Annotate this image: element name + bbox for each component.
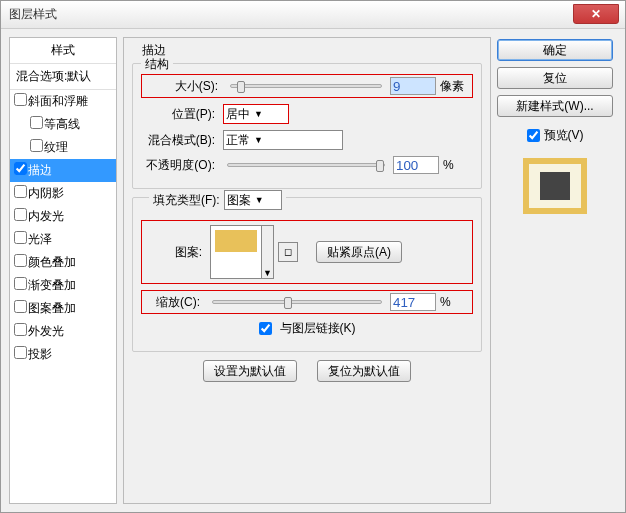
style-pattern-overlay[interactable]: 图案叠加	[10, 297, 116, 320]
blend-mode-row: 混合模式(B): 正常▼	[141, 130, 473, 150]
style-outer-glow[interactable]: 外发光	[10, 320, 116, 343]
contour-checkbox[interactable]	[30, 116, 43, 129]
link-layer-label: 与图层链接(K)	[280, 320, 356, 337]
reset-default-button[interactable]: 复位为默认值	[317, 360, 411, 382]
opacity-row: 不透明度(O): %	[141, 156, 473, 174]
ok-button[interactable]: 确定	[497, 39, 613, 61]
chevron-down-icon: ▼	[255, 195, 264, 205]
main-panel: 描边 结构 大小(S): 像素 位置(P): 居中▼ 混合模式(B): 正常▼	[123, 37, 491, 504]
pattern-label: 图案:	[146, 244, 206, 261]
preview-row: 预览(V)	[497, 127, 613, 144]
pattern-swatch[interactable]: ▼	[210, 225, 274, 279]
structure-legend: 结构	[141, 56, 173, 73]
inner-shadow-checkbox[interactable]	[14, 185, 27, 198]
size-slider[interactable]	[230, 84, 382, 88]
blend-options-item[interactable]: 混合选项:默认	[10, 64, 116, 90]
scale-label: 缩放(C):	[144, 294, 204, 311]
opacity-input[interactable]	[393, 156, 439, 174]
bevel-checkbox[interactable]	[14, 93, 27, 106]
size-label: 大小(S):	[144, 78, 222, 95]
inner-glow-checkbox[interactable]	[14, 208, 27, 221]
stroke-checkbox[interactable]	[14, 162, 27, 175]
layer-style-dialog: 图层样式 ✕ 样式 混合选项:默认 斜面和浮雕 等高线 纹理 描边 内阴影 内发…	[0, 0, 626, 513]
outer-glow-checkbox[interactable]	[14, 323, 27, 336]
fill-legend: 填充类型(F): 图案▼	[149, 190, 286, 210]
drop-shadow-checkbox[interactable]	[14, 346, 27, 359]
gradient-overlay-checkbox[interactable]	[14, 277, 27, 290]
titlebar: 图层样式 ✕	[1, 1, 625, 29]
scale-slider[interactable]	[212, 300, 382, 304]
opacity-label: 不透明度(O):	[141, 157, 219, 174]
style-texture[interactable]: 纹理	[10, 136, 116, 159]
chevron-down-icon: ▼	[261, 226, 273, 278]
styles-header: 样式	[10, 38, 116, 64]
preview-checkbox[interactable]	[527, 129, 540, 142]
opacity-unit: %	[443, 158, 473, 172]
opacity-slider[interactable]	[227, 163, 385, 167]
window-title: 图层样式	[9, 6, 573, 23]
new-preset-button[interactable]: ◻	[278, 242, 298, 262]
fill-type-label: 填充类型(F):	[153, 192, 220, 209]
color-overlay-checkbox[interactable]	[14, 254, 27, 267]
position-label: 位置(P):	[141, 106, 219, 123]
pattern-row: 图案: ▼ ◻ 贴紧原点(A)	[141, 220, 473, 284]
style-stroke[interactable]: 描边	[10, 159, 116, 182]
fill-type-select[interactable]: 图案▼	[224, 190, 282, 210]
size-unit: 像素	[440, 78, 470, 95]
pattern-overlay-checkbox[interactable]	[14, 300, 27, 313]
blend-mode-label: 混合模式(B):	[141, 132, 219, 149]
style-drop-shadow[interactable]: 投影	[10, 343, 116, 366]
size-row: 大小(S): 像素	[141, 74, 473, 98]
preview-thumbnail	[523, 158, 587, 214]
blend-mode-select[interactable]: 正常▼	[223, 130, 343, 150]
panel-title: 描边	[142, 42, 482, 59]
position-row: 位置(P): 居中▼	[141, 104, 473, 124]
satin-checkbox[interactable]	[14, 231, 27, 244]
link-layer-row: 与图层链接(K)	[141, 320, 473, 337]
style-inner-glow[interactable]: 内发光	[10, 205, 116, 228]
scale-input[interactable]	[390, 293, 436, 311]
fill-group: 填充类型(F): 图案▼ 图案: ▼ ◻ 贴紧原点(A) 缩放(C):	[132, 197, 482, 352]
scale-row: 缩放(C): %	[141, 290, 473, 314]
size-input[interactable]	[390, 77, 436, 95]
style-satin[interactable]: 光泽	[10, 228, 116, 251]
right-panel: 确定 复位 新建样式(W)... 预览(V)	[497, 37, 613, 504]
set-default-button[interactable]: 设置为默认值	[203, 360, 297, 382]
style-contour[interactable]: 等高线	[10, 113, 116, 136]
styles-list: 样式 混合选项:默认 斜面和浮雕 等高线 纹理 描边 内阴影 内发光 光泽 颜色…	[9, 37, 117, 504]
default-buttons-row: 设置为默认值 复位为默认值	[132, 360, 482, 382]
style-color-overlay[interactable]: 颜色叠加	[10, 251, 116, 274]
close-button[interactable]: ✕	[573, 4, 619, 24]
chevron-down-icon: ▼	[254, 135, 263, 145]
position-select[interactable]: 居中▼	[223, 104, 289, 124]
reset-button[interactable]: 复位	[497, 67, 613, 89]
link-layer-checkbox[interactable]	[259, 322, 272, 335]
style-gradient-overlay[interactable]: 渐变叠加	[10, 274, 116, 297]
new-style-button[interactable]: 新建样式(W)...	[497, 95, 613, 117]
chevron-down-icon: ▼	[254, 109, 263, 119]
scale-unit: %	[440, 295, 470, 309]
style-bevel[interactable]: 斜面和浮雕	[10, 90, 116, 113]
texture-checkbox[interactable]	[30, 139, 43, 152]
snap-origin-button[interactable]: 贴紧原点(A)	[316, 241, 402, 263]
style-inner-shadow[interactable]: 内阴影	[10, 182, 116, 205]
preview-label: 预览(V)	[544, 127, 584, 144]
structure-group: 结构 大小(S): 像素 位置(P): 居中▼ 混合模式(B): 正常▼ 不透明…	[132, 63, 482, 189]
